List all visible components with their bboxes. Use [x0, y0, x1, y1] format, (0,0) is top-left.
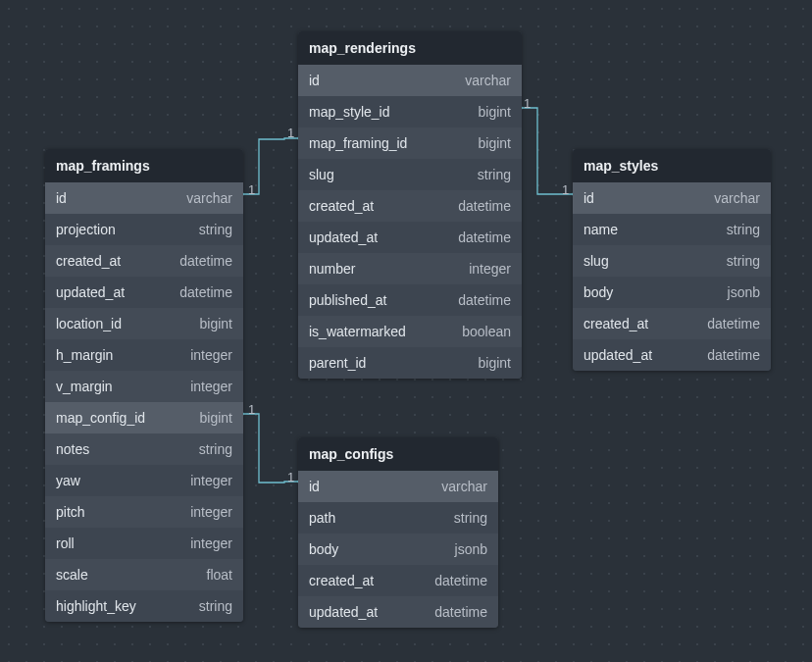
column-type: bigint: [479, 104, 511, 120]
column-type: varchar: [441, 479, 487, 494]
table-row[interactable]: map_config_idbigint: [45, 402, 243, 433]
column-name: is_watermarked: [309, 324, 406, 339]
table-row[interactable]: namestring: [573, 214, 771, 245]
column-type: jsonb: [728, 284, 760, 300]
column-name: highlight_key: [56, 598, 136, 614]
table-header[interactable]: map_renderings: [298, 31, 522, 65]
table-map_framings[interactable]: map_framingsidvarcharprojectionstringcre…: [45, 149, 243, 622]
column-name: notes: [56, 441, 89, 457]
column-type: datetime: [707, 347, 760, 363]
column-name: pitch: [56, 504, 85, 520]
column-name: v_margin: [56, 379, 113, 394]
table-row[interactable]: updated_atdatetime: [573, 339, 771, 371]
table-row[interactable]: map_framing_idbigint: [298, 127, 522, 159]
column-name: roll: [56, 535, 75, 551]
column-name: id: [309, 73, 320, 88]
table-row[interactable]: slugstring: [573, 245, 771, 277]
column-type: string: [199, 441, 232, 457]
table-row[interactable]: idvarchar: [573, 182, 771, 214]
column-type: float: [207, 567, 232, 583]
column-name: location_id: [56, 316, 122, 331]
column-type: bigint: [200, 316, 232, 331]
table-row[interactable]: published_atdatetime: [298, 284, 522, 316]
relationship-cardinality: 1: [248, 402, 255, 417]
column-type: string: [199, 222, 232, 237]
column-type: datetime: [434, 604, 487, 620]
column-type: string: [454, 510, 487, 526]
column-type: string: [727, 253, 760, 269]
table-row[interactable]: projectionstring: [45, 214, 243, 245]
table-map_styles[interactable]: map_stylesidvarcharnamestringslugstringb…: [573, 149, 771, 371]
column-type: varchar: [714, 190, 760, 206]
table-row[interactable]: bodyjsonb: [573, 277, 771, 308]
table-row[interactable]: is_watermarkedboolean: [298, 316, 522, 347]
column-name: created_at: [584, 316, 648, 331]
table-row[interactable]: scalefloat: [45, 559, 243, 590]
column-type: datetime: [458, 229, 511, 245]
column-type: datetime: [458, 198, 511, 214]
table-row[interactable]: slugstring: [298, 159, 522, 190]
column-type: datetime: [434, 573, 487, 588]
column-type: datetime: [458, 292, 511, 308]
table-row[interactable]: created_atdatetime: [45, 245, 243, 277]
column-name: h_margin: [56, 347, 113, 363]
table-row[interactable]: bodyjsonb: [298, 534, 498, 565]
column-name: map_config_id: [56, 410, 145, 426]
column-name: map_framing_id: [309, 135, 407, 151]
relationship-cardinality: 1: [287, 126, 294, 140]
column-type: string: [199, 598, 232, 614]
column-name: updated_at: [584, 347, 652, 363]
table-row[interactable]: yawinteger: [45, 465, 243, 496]
column-type: datetime: [707, 316, 760, 331]
table-row[interactable]: v_margininteger: [45, 371, 243, 402]
table-map_renderings[interactable]: map_renderingsidvarcharmap_style_idbigin…: [298, 31, 522, 379]
column-name: id: [56, 190, 67, 206]
column-name: body: [309, 541, 338, 557]
table-row[interactable]: notesstring: [45, 433, 243, 465]
table-header[interactable]: map_framings: [45, 149, 243, 182]
table-map_configs[interactable]: map_configsidvarcharpathstringbodyjsonbc…: [298, 437, 498, 628]
column-type: integer: [190, 379, 232, 394]
table-row[interactable]: idvarchar: [45, 182, 243, 214]
relationship-cardinality: 1: [248, 182, 255, 197]
table-row[interactable]: location_idbigint: [45, 308, 243, 339]
column-name: created_at: [56, 253, 121, 269]
relationship-line: [522, 108, 573, 194]
column-type: datetime: [179, 253, 232, 269]
column-name: updated_at: [56, 284, 125, 300]
table-row[interactable]: updated_atdatetime: [298, 222, 522, 253]
column-name: updated_at: [309, 604, 378, 620]
column-type: integer: [190, 347, 232, 363]
table-row[interactable]: created_atdatetime: [298, 190, 522, 222]
table-header[interactable]: map_styles: [573, 149, 771, 182]
table-row[interactable]: created_atdatetime: [298, 565, 498, 596]
column-type: integer: [469, 261, 511, 277]
table-row[interactable]: numberinteger: [298, 253, 522, 284]
column-name: path: [309, 510, 335, 526]
table-row[interactable]: rollinteger: [45, 528, 243, 559]
column-name: yaw: [56, 473, 80, 488]
column-type: boolean: [462, 324, 511, 339]
table-row[interactable]: h_margininteger: [45, 339, 243, 371]
column-type: jsonb: [455, 541, 487, 557]
table-row[interactable]: updated_atdatetime: [298, 596, 498, 628]
table-row[interactable]: parent_idbigint: [298, 347, 522, 379]
table-row[interactable]: map_style_idbigint: [298, 96, 522, 127]
column-name: map_style_id: [309, 104, 390, 120]
table-row[interactable]: idvarchar: [298, 65, 522, 96]
table-header[interactable]: map_configs: [298, 437, 498, 471]
column-name: id: [309, 479, 320, 494]
table-row[interactable]: idvarchar: [298, 471, 498, 502]
table-row[interactable]: created_atdatetime: [573, 308, 771, 339]
column-name: body: [584, 284, 613, 300]
column-name: scale: [56, 567, 88, 583]
relationship-cardinality: 1: [287, 470, 294, 484]
relationship-cardinality: 1: [524, 96, 531, 111]
column-type: integer: [190, 504, 232, 520]
table-row[interactable]: pathstring: [298, 502, 498, 534]
table-row[interactable]: updated_atdatetime: [45, 277, 243, 308]
table-row[interactable]: pitchinteger: [45, 496, 243, 528]
table-row[interactable]: highlight_keystring: [45, 590, 243, 622]
column-name: number: [309, 261, 355, 277]
column-name: id: [584, 190, 594, 206]
